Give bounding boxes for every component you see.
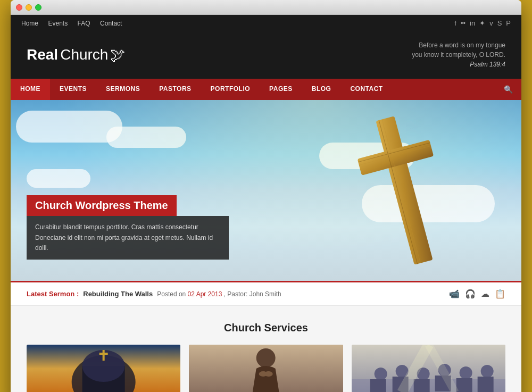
facebook-icon[interactable]: f (454, 19, 456, 27)
maximize-button[interactable] (35, 4, 41, 11)
pinterest-icon[interactable]: P (506, 19, 511, 27)
top-nav-faq[interactable]: FAQ (78, 20, 90, 27)
dove-icon: 🕊 (110, 46, 125, 64)
skype-icon[interactable]: S (497, 19, 502, 27)
nav-item-events[interactable]: EVENTS (50, 79, 96, 100)
nav-item-sermons[interactable]: SERMONS (96, 79, 149, 100)
top-bar: Home Events FAQ Contact f •• in ✦ v S P (11, 15, 521, 31)
site-header: RealChurch 🕊 Before a word is on my tong… (11, 31, 521, 79)
download-icon[interactable]: ☁ (481, 289, 489, 299)
services-section: Church Services (11, 306, 521, 392)
sermon-info: Latest Sermon : Rebuilding The Walls Pos… (27, 290, 281, 298)
flickr-icon[interactable]: •• (461, 19, 466, 27)
social-icons: f •• in ✦ v S P (454, 19, 511, 27)
header-quote: Before a word is on my tongue you know i… (412, 40, 505, 69)
sermon-bar: Latest Sermon : Rebuilding The Walls Pos… (11, 281, 521, 306)
nav-item-blog[interactable]: BLOG (302, 79, 341, 100)
svg-point-15 (264, 371, 273, 377)
quote-line2: you know it completely, O LORD. (412, 50, 505, 60)
svg-point-22 (459, 366, 472, 379)
pastor-name: , Pastor: John Smith (224, 290, 281, 298)
service-card-3[interactable] (352, 345, 505, 392)
posted-on-text: Posted on (157, 290, 186, 298)
svg-rect-11 (99, 353, 108, 355)
svg-rect-26 (413, 379, 429, 392)
minimize-button[interactable] (26, 4, 32, 11)
svg-point-23 (480, 365, 493, 378)
linkedin-icon[interactable]: in (470, 19, 475, 27)
hero-description: Curabitur blandit tempus porttitor. Cras… (27, 216, 229, 260)
sermon-label: Latest Sermon : (27, 290, 79, 298)
nav-item-pages[interactable]: PAGES (260, 79, 302, 100)
sermon-media-icons: 📹 🎧 ☁ 📋 (449, 289, 505, 299)
nav-item-pastors[interactable]: PASTORS (149, 79, 201, 100)
services-grid (27, 345, 505, 392)
services-title: Church Services (27, 322, 505, 334)
titlebar (11, 0, 521, 15)
search-button[interactable]: 🔍 (495, 79, 521, 100)
hero-content: Church Wordpress Theme Curabitur blandit… (27, 195, 229, 260)
close-button[interactable] (16, 4, 22, 11)
sermon-meta: Posted on 02 Apr 2013 , Pastor: John Smi… (157, 290, 281, 298)
svg-point-13 (256, 348, 276, 368)
hero-title: Church Wordpress Theme (27, 195, 177, 216)
nav-item-home[interactable]: HOME (11, 79, 50, 100)
svg-rect-0 (376, 116, 433, 265)
top-nav-home[interactable]: Home (21, 20, 38, 27)
nav-item-contact[interactable]: CONTACT (340, 79, 392, 100)
svg-rect-24 (370, 379, 386, 392)
notes-icon[interactable]: 📋 (495, 289, 505, 299)
cross-icon (351, 105, 458, 276)
audio-icon[interactable]: 🎧 (465, 289, 476, 299)
sermon-date: 02 Apr 2013 (188, 290, 222, 298)
svg-point-18 (374, 368, 387, 380)
sermon-title[interactable]: Rebuilding The Walls (83, 290, 153, 298)
top-nav-events[interactable]: Events (48, 20, 68, 27)
svg-rect-10 (103, 350, 105, 361)
video-icon[interactable]: 📹 (449, 289, 460, 299)
logo-church: Church (60, 46, 108, 63)
main-nav: HOME EVENTS SERMONS PASTORS PORTFOLIO PA… (11, 79, 521, 100)
svg-rect-28 (456, 378, 472, 392)
psalm-reference: Psalm 139:4 (412, 60, 505, 69)
logo-real: Real (27, 46, 58, 63)
site-logo: RealChurch 🕊 (27, 46, 125, 64)
service-card-1[interactable] (27, 345, 180, 392)
svg-rect-29 (477, 377, 493, 392)
hero-section: Church Wordpress Theme Curabitur blandit… (11, 100, 521, 281)
vimeo-icon[interactable]: v (489, 19, 493, 27)
twitter-icon[interactable]: ✦ (479, 19, 485, 27)
nav-item-portfolio[interactable]: PORTFOLIO (201, 79, 260, 100)
svg-line-3 (382, 119, 420, 263)
top-nav-contact[interactable]: Contact (100, 20, 122, 27)
service-card-2[interactable] (189, 345, 343, 392)
quote-line1: Before a word is on my tongue (412, 40, 505, 50)
top-nav: Home Events FAQ Contact (21, 18, 129, 28)
browser-window: Home Events FAQ Contact f •• in ✦ v S P … (11, 0, 521, 392)
